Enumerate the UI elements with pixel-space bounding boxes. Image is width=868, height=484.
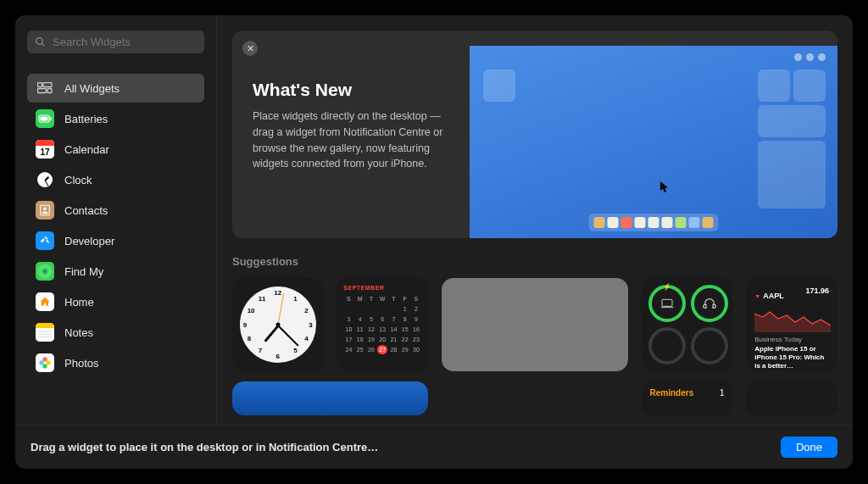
mock-widget: [758, 70, 790, 102]
battery-icon: [36, 109, 54, 128]
house-icon: [36, 292, 54, 311]
sidebar-item-all-widgets[interactable]: All Widgets: [27, 74, 204, 103]
cal-day: 11: [355, 325, 365, 334]
mock-widget: [483, 70, 515, 102]
calendar-grid: SMTWTFS123456789101112131415161718192021…: [343, 294, 421, 354]
sidebar-item-label: Notes: [64, 326, 93, 339]
mock-widget: [758, 105, 826, 137]
cal-day: 3: [343, 314, 353, 324]
sidebar-item-batteries[interactable]: Batteries: [27, 104, 204, 133]
stock-ticker: AAPL: [754, 292, 783, 300]
main-content: ✕ What's New Place widgets directly on t…: [217, 15, 853, 425]
cal-day: 22: [400, 335, 410, 344]
svg-rect-3: [38, 89, 47, 93]
sidebar-item-notes[interactable]: Notes: [27, 318, 204, 347]
cal-day: 7: [388, 314, 398, 324]
search-icon: [35, 36, 46, 51]
laptop-icon: [660, 298, 674, 309]
dock-app-icon: [703, 217, 714, 228]
svg-rect-7: [41, 117, 48, 121]
close-icon[interactable]: ✕: [242, 41, 258, 56]
dock-app-icon: [689, 217, 700, 228]
radar-icon: [36, 262, 54, 281]
empty-battery-ring: [691, 327, 728, 364]
svg-rect-4: [47, 89, 52, 93]
sidebar-item-label: Home: [64, 296, 94, 309]
sidebar-item-clock[interactable]: Clock: [27, 165, 204, 194]
stock-price: 171.96: [805, 287, 829, 295]
cal-day: 26: [366, 345, 376, 354]
stocks-widget[interactable]: AAPL 171.96 Business Today Apple iPhone …: [746, 278, 837, 371]
cal-day-header: W: [377, 294, 387, 303]
sidebar-item-label: Calendar: [64, 143, 109, 156]
dock-mock: [589, 214, 719, 231]
dock-app-icon: [648, 217, 659, 228]
sidebar-item-label: Photos: [64, 357, 98, 370]
headphones-battery-ring: [691, 285, 728, 322]
svg-point-10: [42, 357, 47, 361]
cal-day: 21: [388, 335, 398, 344]
sidebar-item-calendar[interactable]: 17Calendar: [27, 135, 204, 164]
svg-point-11: [46, 360, 50, 364]
cal-day: 1: [400, 304, 410, 314]
svg-rect-6: [50, 117, 52, 120]
footer: Drag a widget to place it on the desktop…: [15, 425, 853, 469]
contacts-icon: [36, 201, 54, 220]
cal-day: 10: [343, 325, 353, 334]
clock-widget[interactable]: 12 1 2 3 4 5 6 7 8 9 10 11: [232, 278, 323, 371]
svg-point-0: [36, 38, 43, 45]
cal-day: 6: [377, 314, 387, 324]
dock-app-icon: [635, 217, 646, 228]
dock-app-icon: [594, 217, 605, 228]
cursor-icon: [660, 181, 670, 196]
mock-widget: [793, 70, 826, 102]
footer-hint: Drag a widget to place it on the desktop…: [31, 441, 378, 453]
widgets-row: 12 1 2 3 4 5 6 7 8 9 10 11: [232, 278, 837, 371]
reminders-label: Reminders: [650, 388, 694, 409]
cal-day: 13: [377, 325, 387, 334]
cal-day-header: T: [388, 294, 398, 303]
partial-widget[interactable]: [746, 381, 837, 415]
mock-widget: [758, 141, 826, 209]
sidebar-item-contacts[interactable]: Contacts: [27, 196, 204, 225]
headphones-icon: [703, 297, 716, 310]
sidebar-item-label: Developer: [64, 235, 114, 248]
bolt-icon: ⚡: [663, 283, 671, 291]
sidebar-item-home[interactable]: Home: [27, 287, 204, 316]
sidebar-item-photos[interactable]: Photos: [27, 348, 204, 377]
calendar-icon: 17: [36, 140, 54, 159]
reminders-widget[interactable]: Reminders 1: [642, 381, 733, 415]
svg-rect-2: [43, 83, 52, 87]
cal-day: 4: [355, 314, 365, 324]
search-input[interactable]: [27, 31, 204, 53]
hero-preview: [470, 46, 837, 238]
dock-app-icon: [662, 217, 673, 228]
cal-day-header: S: [343, 294, 353, 303]
weather-widget[interactable]: [232, 381, 428, 415]
hero-description: Place widgets directly on the desktop — …: [253, 108, 453, 172]
stock-headline: Apple iPhone 15 or iPhone 15 Pro: Which …: [754, 345, 829, 370]
dock-app-icon: [608, 217, 619, 228]
cal-day: 12: [366, 325, 376, 334]
sidebar-item-label: All Widgets: [64, 82, 120, 95]
category-list: All WidgetsBatteries17CalendarClockConta…: [27, 74, 204, 377]
cal-day: 8: [400, 314, 410, 324]
cal-day: 16: [411, 325, 421, 334]
sidebar-item-developer[interactable]: Developer: [27, 226, 204, 255]
grid-icon: [36, 79, 54, 97]
sidebar-item-find-my[interactable]: Find My: [27, 257, 204, 286]
search-container: [27, 31, 204, 53]
empty-battery-ring: [648, 327, 686, 364]
cal-day: 30: [411, 345, 421, 354]
dock-app-icon: [676, 217, 687, 228]
sidebar: All WidgetsBatteries17CalendarClockConta…: [15, 15, 217, 425]
cal-day: 5: [366, 314, 376, 324]
suggestions-header: Suggestions: [232, 255, 837, 268]
done-button[interactable]: Done: [781, 437, 837, 458]
cal-day: 29: [400, 345, 410, 354]
calendar-widget[interactable]: SEPTEMBER SMTWTFS12345678910111213141516…: [337, 278, 428, 371]
photos-icon: [36, 353, 54, 372]
featured-widget[interactable]: [442, 278, 628, 371]
cal-day: 19: [366, 335, 376, 344]
battery-widget[interactable]: ⚡: [642, 278, 733, 371]
